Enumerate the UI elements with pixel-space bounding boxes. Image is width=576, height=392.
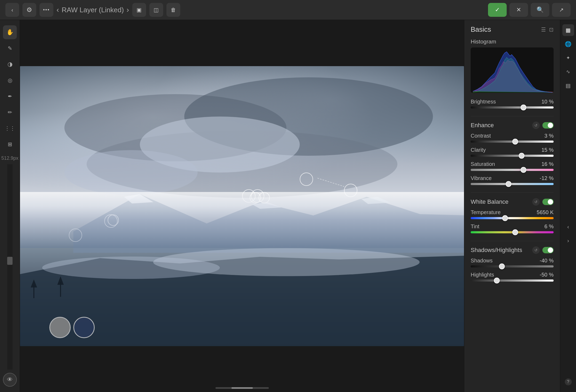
eye-button[interactable]: 👁 <box>3 373 17 387</box>
layer-nav: ‹ RAW Layer (Linked) › <box>57 6 129 14</box>
nav-next-icon[interactable]: › <box>126 6 129 14</box>
vibrance-slider-thumb[interactable] <box>506 181 511 187</box>
clone-icon: ◎ <box>8 77 12 83</box>
panel-title-icons: ☰ ⊡ <box>541 26 554 33</box>
curve-icon-btn[interactable]: ∿ <box>562 66 574 78</box>
vibrance-row: Vibrance -12 % <box>471 175 554 185</box>
compare-button[interactable]: ◫ <box>149 3 163 17</box>
hand-tool-btn[interactable]: ✋ <box>3 25 17 39</box>
more-button[interactable]: ••• <box>39 3 53 17</box>
clone-tool-btn[interactable]: ◎ <box>3 73 17 87</box>
paint-tool-btn[interactable]: ✎ <box>3 41 17 55</box>
cancel-button[interactable]: ✕ <box>509 3 528 17</box>
canvas-area[interactable] <box>20 20 464 392</box>
adj-point-6[interactable] <box>69 229 82 242</box>
panel-expand-icon[interactable]: ⊡ <box>549 26 554 33</box>
vertical-ruler[interactable] <box>7 164 13 370</box>
brightness-slider-thumb[interactable] <box>521 105 526 110</box>
export-button[interactable]: ↗ <box>552 3 571 17</box>
saturation-row: Saturation 16 % <box>471 161 554 171</box>
settings-button[interactable]: ⚙ <box>22 3 36 17</box>
layers-icon-btn[interactable]: ▤ <box>562 80 574 91</box>
clarity-slider-thumb[interactable] <box>519 153 525 159</box>
saturation-label-row: Saturation 16 % <box>471 161 554 167</box>
wb-toggle[interactable] <box>542 199 554 205</box>
temperature-label-row: Temperature 5650 K <box>471 209 554 215</box>
adj-point-5[interactable] <box>104 214 118 228</box>
ruler-thumb[interactable] <box>7 257 13 265</box>
delete-icon: 🗑 <box>171 7 176 13</box>
tint-slider-track[interactable] <box>471 231 554 233</box>
hand-icon: ✋ <box>6 29 14 36</box>
shadows-slider-thumb[interactable] <box>499 263 505 269</box>
enhance-controls: ↺ <box>532 122 554 129</box>
brightness-section: Brightness 10 % <box>471 99 554 109</box>
temperature-slider-track[interactable] <box>471 217 554 219</box>
magic-icon-btn[interactable]: ✦ <box>562 52 574 64</box>
clarity-value: 15 % <box>532 147 554 153</box>
confirm-button[interactable]: ✓ <box>488 3 507 17</box>
background-color[interactable] <box>73 317 95 338</box>
chevron-up-btn[interactable]: ‹ <box>562 221 574 233</box>
adj-point-1[interactable] <box>300 173 313 186</box>
main-layout: ✋ ✎ ◑ ◎ ✒ ✏ ⋮⋮ ⊞ 512.9px 👁 <box>0 20 576 392</box>
white-balance-section: White Balance ↺ Temperature 5650 K <box>471 198 554 233</box>
heal-tool-btn[interactable]: ✒ <box>3 89 17 103</box>
eyedropper-tool-btn[interactable]: ⋮⋮ <box>3 121 17 135</box>
sh-controls: ↺ <box>532 246 554 254</box>
magic-icon: ✦ <box>566 55 570 61</box>
temperature-slider-thumb[interactable] <box>502 215 508 221</box>
shadows-slider-track[interactable] <box>471 265 554 267</box>
help-icon-btn[interactable]: ? <box>562 376 574 388</box>
delete-button[interactable]: 🗑 <box>166 3 180 17</box>
panel-menu-icon[interactable]: ☰ <box>541 26 546 33</box>
tint-label: Tint <box>471 223 479 230</box>
highlights-slider-track[interactable] <box>471 279 554 282</box>
globe-icon-btn[interactable]: 🌐 <box>562 38 574 50</box>
nav-prev-icon[interactable]: ‹ <box>57 6 59 14</box>
tint-label-row: Tint 6 % <box>471 223 554 230</box>
clarity-slider-track[interactable] <box>471 155 554 157</box>
sh-toggle[interactable] <box>542 247 554 253</box>
contrast-slider-thumb[interactable] <box>512 139 518 145</box>
back-icon: ‹ <box>11 7 13 13</box>
tint-slider-thumb[interactable] <box>512 229 518 235</box>
vibrance-label: Vibrance <box>471 175 492 181</box>
highlights-slider-thumb[interactable] <box>494 278 500 283</box>
histogram-container <box>471 47 554 93</box>
back-button[interactable]: ‹ <box>5 3 19 17</box>
panel-content: Basics ☰ ⊡ Histogram <box>464 20 560 392</box>
search-button[interactable]: 🔍 <box>531 3 549 17</box>
highlights-value: -50 % <box>532 272 554 278</box>
saturation-slider-thumb[interactable] <box>521 167 526 173</box>
enhance-toggle[interactable] <box>542 122 554 129</box>
histogram-icon-btn[interactable]: ▦ <box>562 24 574 36</box>
shadows-value: -40 % <box>532 258 554 264</box>
adj-point-2[interactable] <box>344 184 357 197</box>
mask-tool-btn[interactable]: ◑ <box>3 57 17 71</box>
wb-controls: ↺ <box>532 198 554 206</box>
scroll-indicator[interactable] <box>215 387 269 389</box>
saturation-slider-track[interactable] <box>471 169 554 171</box>
chevron-down-btn[interactable]: › <box>562 235 574 247</box>
temperature-value: 5650 K <box>532 209 554 215</box>
layers-icon: ▤ <box>566 82 571 89</box>
brightness-slider-track[interactable] <box>471 106 554 109</box>
transform-icon: ⊞ <box>8 141 12 147</box>
adj-point-4[interactable] <box>251 189 264 203</box>
settings-icon: ⚙ <box>26 6 32 14</box>
contrast-value: 3 % <box>532 133 554 139</box>
transform-tool-btn[interactable]: ⊞ <box>3 137 17 151</box>
wb-reset-btn[interactable]: ↺ <box>532 198 540 206</box>
pencil-tool-btn[interactable]: ✏ <box>3 105 17 119</box>
highlights-row: Highlights -50 % <box>471 272 554 282</box>
foreground-color[interactable] <box>49 317 71 338</box>
contrast-slider-track[interactable] <box>471 141 554 143</box>
eyedropper-icon: ⋮⋮ <box>5 125 15 131</box>
enhance-reset-btn[interactable]: ↺ <box>532 122 540 129</box>
vibrance-slider-track[interactable] <box>471 183 554 185</box>
scroll-thumb[interactable] <box>231 387 253 389</box>
svg-point-20 <box>108 215 119 225</box>
sh-reset-btn[interactable]: ↺ <box>532 246 540 254</box>
layer-icon-button[interactable]: ▣ <box>132 3 146 17</box>
